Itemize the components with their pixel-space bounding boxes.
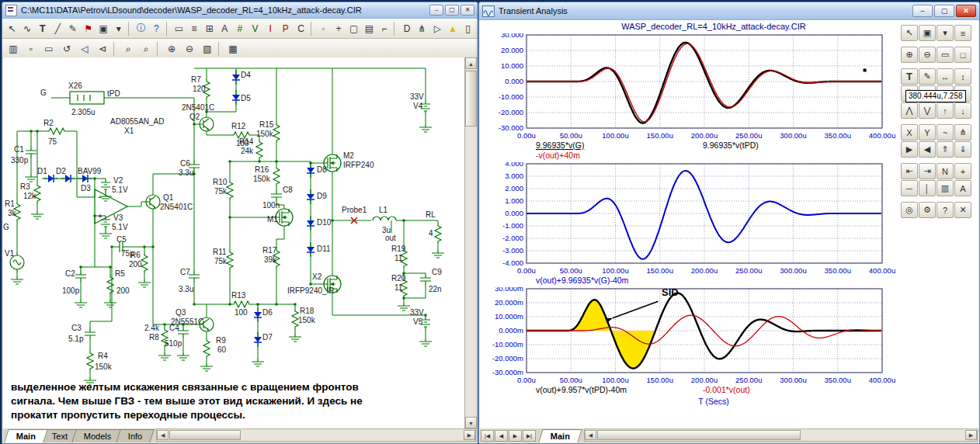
analysis-scrollbar-thumb[interactable] bbox=[597, 430, 801, 440]
inflection-icon[interactable]: ~ bbox=[937, 124, 954, 140]
text-tool-icon[interactable]: T bbox=[901, 68, 918, 85]
branch-icon[interactable]: ⋔ bbox=[954, 124, 971, 140]
properties-icon[interactable]: ≡ bbox=[954, 25, 971, 41]
sheet-tab-main[interactable]: Main bbox=[4, 429, 48, 442]
prev-page-button[interactable]: ◀ bbox=[495, 430, 508, 442]
legend-expression[interactable]: -0.001*v(out) bbox=[703, 385, 750, 394]
zoom-area-icon[interactable]: ▭ bbox=[937, 47, 954, 63]
mosfet-icon[interactable]: ⋔ bbox=[415, 20, 429, 36]
legend-expression[interactable]: 9.96935*v(tPD) bbox=[703, 140, 759, 150]
valley-icon[interactable]: ⋁ bbox=[919, 102, 936, 119]
first-page-button[interactable]: |◀ bbox=[481, 430, 494, 442]
rotate-icon[interactable]: ↺ bbox=[58, 40, 75, 57]
zoom-cursor-icon[interactable]: ◎ bbox=[901, 202, 918, 218]
image-icon[interactable]: ▦ bbox=[224, 40, 242, 57]
minimize-button[interactable]: – bbox=[912, 5, 933, 17]
bottom-icon[interactable]: ⇓ bbox=[954, 141, 971, 158]
legend-expression[interactable]: -v(out)+40m bbox=[536, 151, 580, 160]
pin-connections-icon[interactable]: ◦ bbox=[316, 20, 331, 36]
paste-dropdown-icon[interactable]: ▾ bbox=[937, 25, 954, 41]
condition-icon[interactable]: C bbox=[294, 20, 308, 36]
gate-icon[interactable]: D bbox=[400, 20, 415, 36]
next-page-button[interactable]: ▶ bbox=[509, 430, 522, 442]
select-region-icon[interactable]: ▫ bbox=[23, 40, 40, 57]
scroll-right-button[interactable]: ▶ bbox=[965, 430, 977, 440]
global-low-icon[interactable]: ↓ bbox=[954, 102, 971, 119]
transient-plot-top[interactable]: 0.00u50.00u100.00u150.00u200.00u250.00u3… bbox=[481, 33, 901, 140]
find-icon[interactable]: ⌕ bbox=[120, 40, 137, 57]
select-mode-icon[interactable]: ▭ bbox=[172, 20, 186, 36]
schematic-window-titlebar[interactable]: C:\MC11\DATA\Petrov\LDsound\decoder\WASP… bbox=[2, 2, 478, 19]
legend-expression[interactable]: v(out)+9.957*v(tPD)-40m bbox=[536, 385, 627, 394]
go-to-y-icon[interactable]: Y bbox=[919, 124, 936, 140]
scroll-right-button[interactable]: ▶ bbox=[464, 430, 475, 440]
close-plot-icon[interactable]: ✕ bbox=[954, 202, 971, 218]
align-left-cursor-icon[interactable]: ⇤ bbox=[901, 163, 918, 179]
rubberband-icon[interactable]: ⌐ bbox=[377, 20, 392, 36]
diode-icon[interactable]: ▷ bbox=[430, 20, 445, 36]
vertical-line-icon[interactable]: │ bbox=[919, 180, 936, 196]
info-icon[interactable]: ⓘ bbox=[134, 20, 148, 36]
node-voltages-icon[interactable]: V bbox=[248, 20, 262, 36]
analysis-horizontal-scrollbar[interactable]: ◀ ▶ bbox=[584, 428, 978, 442]
zoom-area-icon[interactable]: ▧ bbox=[199, 40, 216, 57]
flag-tool-icon[interactable]: ⚑ bbox=[81, 20, 96, 36]
horizontal-scrollbar[interactable]: ◀ ▶ bbox=[156, 428, 476, 442]
picture-tool-icon[interactable]: ▣ bbox=[96, 20, 111, 36]
border-icon[interactable]: ▢ bbox=[346, 20, 361, 36]
help-icon[interactable]: ? bbox=[149, 20, 164, 36]
zoom-out-icon[interactable]: ⊖ bbox=[181, 40, 198, 57]
schematic-canvas[interactable]: − + bbox=[3, 57, 464, 428]
title-block-icon[interactable]: ▤ bbox=[362, 20, 377, 36]
top-icon[interactable]: ⇑ bbox=[937, 141, 954, 158]
scroll-left-button[interactable]: ◀ bbox=[157, 430, 169, 440]
legend-expression[interactable]: v(out)+9.96935*v(G)-40m bbox=[536, 276, 628, 285]
select-cursor-icon[interactable]: ↖ bbox=[901, 25, 918, 41]
flip-y-icon[interactable]: ⊲ bbox=[94, 40, 111, 57]
scroll-left-button[interactable]: ◀ bbox=[585, 430, 596, 440]
scroll-down-button[interactable]: ▼ bbox=[465, 417, 477, 428]
peak-icon[interactable]: ⋀ bbox=[901, 102, 918, 119]
wire-tool-icon[interactable]: ╱ bbox=[50, 20, 65, 36]
power-icon[interactable]: P bbox=[279, 20, 294, 36]
component-list-icon[interactable]: ≡ bbox=[187, 20, 202, 36]
print-preview-icon[interactable]: ▥ bbox=[5, 40, 22, 57]
close-button[interactable]: ✕ bbox=[460, 5, 474, 16]
global-high-icon[interactable]: ↑ bbox=[937, 102, 954, 119]
new-window-icon[interactable]: ▯ bbox=[460, 20, 475, 36]
maximize-button[interactable]: ▢ bbox=[934, 5, 954, 17]
vertical-scrollbar[interactable]: ▲ ▼ bbox=[464, 57, 477, 428]
warning-icon[interactable]: ▲ bbox=[446, 20, 460, 36]
format-icon[interactable]: A bbox=[954, 180, 971, 196]
zoom-in-icon[interactable]: ⊕ bbox=[901, 47, 918, 63]
environment-icon[interactable]: ⚙ bbox=[919, 202, 936, 218]
normalize-icon[interactable]: N bbox=[937, 163, 954, 179]
analysis-window-titlebar[interactable]: Transient Analysis – ▢ ✕ bbox=[479, 2, 979, 20]
flip-x-icon[interactable]: ◁ bbox=[76, 40, 93, 57]
align-right-cursor-icon[interactable]: ⇥ bbox=[919, 163, 936, 179]
grid-text-icon[interactable]: ⊞ bbox=[202, 20, 217, 36]
dropdown-icon[interactable]: ▾ bbox=[111, 20, 126, 36]
find-repeat-icon[interactable]: ⌕ bbox=[137, 40, 155, 57]
box-tool-icon[interactable]: ▭ bbox=[40, 40, 57, 57]
text-tool-icon[interactable]: T bbox=[35, 20, 50, 36]
scroll-up-button[interactable]: ▲ bbox=[465, 57, 477, 69]
page-icon[interactable]: ▥ bbox=[937, 180, 954, 196]
copy-icon[interactable]: ▣ bbox=[919, 25, 936, 41]
vertical-scrollbar-thumb[interactable] bbox=[465, 71, 477, 127]
cross-hair-icon[interactable]: + bbox=[332, 20, 346, 36]
close-button[interactable]: ✕ bbox=[956, 5, 976, 17]
attribute-text-icon[interactable]: A bbox=[217, 20, 232, 36]
zoom-out-icon[interactable]: ⊖ bbox=[919, 47, 936, 63]
help-icon[interactable]: ? bbox=[937, 202, 954, 218]
horizontal-line-icon[interactable]: ─ bbox=[901, 180, 918, 196]
select-tool-icon[interactable]: ↖ bbox=[5, 20, 19, 36]
last-page-button[interactable]: ▶| bbox=[523, 430, 536, 442]
add-waveform-icon[interactable]: + bbox=[954, 163, 971, 179]
horizontal-cursor-icon[interactable]: ↔ bbox=[937, 68, 954, 85]
waveform-source-icon[interactable]: ∿ bbox=[20, 20, 35, 36]
pointer-tag-icon[interactable]: ✎ bbox=[919, 68, 936, 85]
cursor-marker[interactable] bbox=[864, 68, 867, 71]
next-branch-icon[interactable]: ▶ bbox=[901, 141, 918, 158]
node-numbers-icon[interactable]: # bbox=[233, 20, 248, 36]
